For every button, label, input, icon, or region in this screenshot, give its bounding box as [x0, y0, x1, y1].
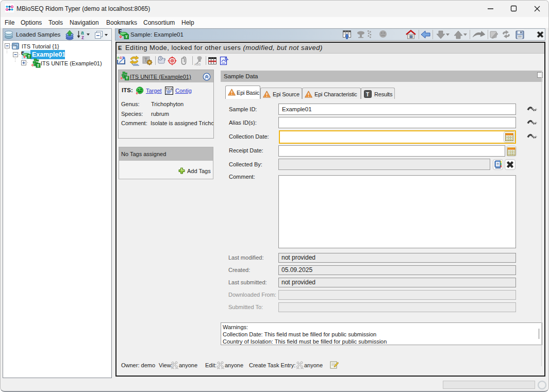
svg-text:TCA: TCA [166, 88, 173, 91]
svg-text:Proj: Proj [13, 44, 17, 46]
svg-text:T: T [366, 92, 369, 97]
svg-text:T: T [126, 76, 128, 80]
svg-text:AGG: AGG [194, 63, 201, 66]
svg-text:T: T [125, 35, 128, 39]
svg-text:z: z [81, 35, 84, 40]
svg-text:T: T [37, 63, 40, 68]
